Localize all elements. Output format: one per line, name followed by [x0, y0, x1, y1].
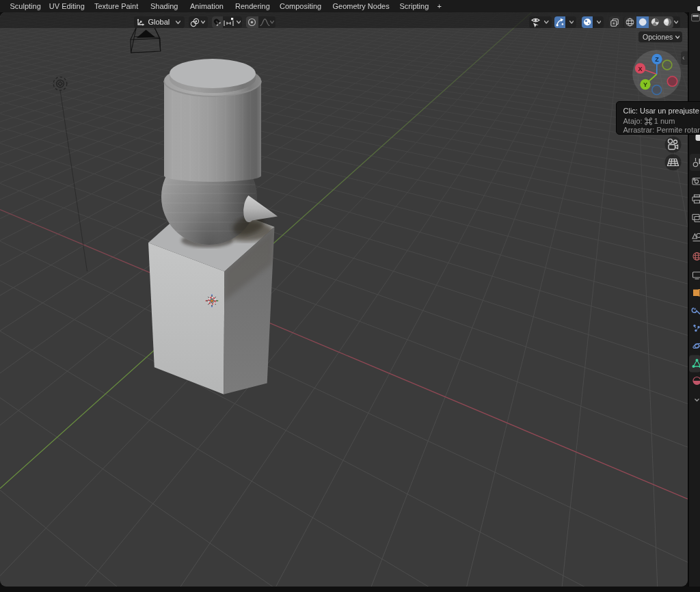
- svg-text:X: X: [638, 66, 642, 72]
- svg-text:Z: Z: [655, 56, 659, 63]
- svg-text:Y: Y: [643, 81, 647, 88]
